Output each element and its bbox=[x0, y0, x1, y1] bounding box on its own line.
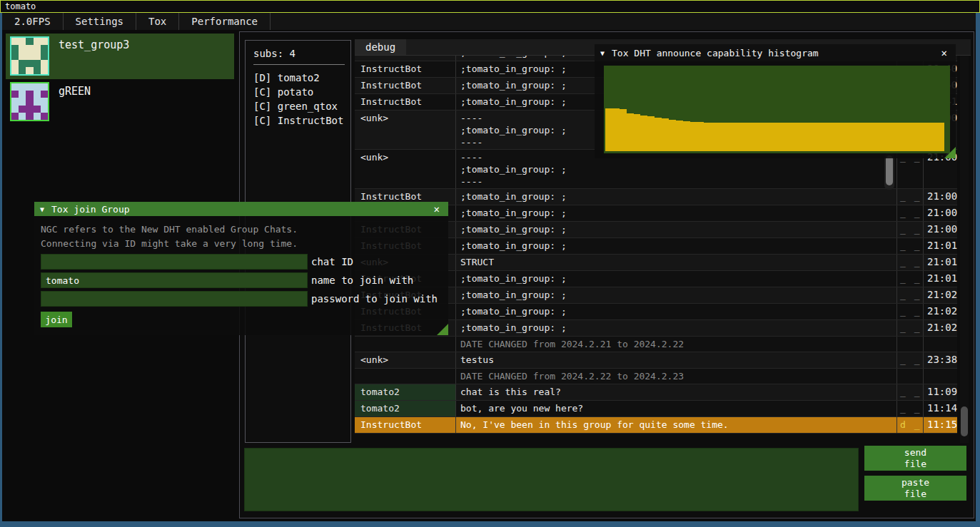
flags-cell: _ _ bbox=[896, 304, 923, 319]
tab-debug[interactable]: debug bbox=[355, 39, 406, 55]
member-item-potato[interactable]: [C] potato bbox=[253, 85, 350, 99]
flags-cell: d _ bbox=[896, 417, 923, 433]
time-cell: 21:02 bbox=[923, 287, 957, 303]
join-name-input[interactable] bbox=[41, 272, 308, 288]
collapse-arrow-icon[interactable]: ▼ bbox=[600, 49, 605, 57]
sidebar-item-green[interactable]: gREEN bbox=[6, 80, 234, 121]
hist-bar bbox=[832, 123, 839, 151]
message-row[interactable]: InstructBotNo, I've been in this group f… bbox=[355, 417, 957, 434]
join-password-input[interactable] bbox=[41, 291, 308, 307]
text-cell: chat is this real? bbox=[455, 384, 896, 400]
hist-bar bbox=[867, 123, 874, 151]
join-button[interactable]: join bbox=[41, 312, 72, 327]
chat-scrollbar-handle[interactable] bbox=[961, 406, 968, 436]
resize-grip[interactable] bbox=[437, 324, 448, 335]
collapse-arrow-icon[interactable]: ▼ bbox=[40, 205, 44, 213]
name-cell bbox=[355, 369, 455, 384]
name-cell: <unk> bbox=[355, 150, 455, 188]
group-name: test_group3 bbox=[49, 34, 129, 79]
text-cell: ;tomato_in_group: ; bbox=[455, 271, 896, 287]
flags-cell: _ _ bbox=[896, 238, 923, 254]
text-cell: DATE CHANGED from 2024.2.22 to 2024.2.23 bbox=[455, 369, 896, 384]
member-item-green_qtox[interactable]: [C] green_qtox bbox=[253, 99, 350, 113]
join-desc-line2: Connecting via ID might take a very long… bbox=[41, 237, 443, 251]
subs-count-label: subs: 4 bbox=[253, 48, 350, 59]
group-name: gREEN bbox=[49, 80, 91, 121]
join-window-titlebar[interactable]: ▼ Tox join Group ✕ bbox=[34, 202, 448, 216]
close-icon[interactable]: ✕ bbox=[431, 203, 443, 215]
app-title: tomato bbox=[5, 1, 36, 11]
name-cell: <unk> bbox=[355, 111, 455, 149]
message-row[interactable]: tomato2chat is this real?_ _11:09 bbox=[355, 384, 957, 401]
message-row[interactable]: tomato2bot, are you new here?_ _11:14 bbox=[355, 401, 957, 417]
text-cell: ;tomato_in_group: ; bbox=[455, 189, 896, 205]
group-avatar bbox=[10, 36, 49, 76]
text-cell: ;tomato_in_group: ; bbox=[455, 287, 896, 303]
hist-bar bbox=[725, 123, 732, 151]
close-icon[interactable]: ✕ bbox=[939, 47, 950, 58]
sidebar-item-test-group3[interactable]: test_group3 bbox=[6, 34, 234, 79]
member-item-tomato2[interactable]: [D] tomato2 bbox=[253, 71, 350, 85]
hist-window-title: Tox DHT announce capability histogram bbox=[612, 48, 819, 58]
text-cell: ;tomato_in_group: ; bbox=[455, 304, 896, 319]
date-divider-row: DATE CHANGED from 2024.2.22 to 2024.2.23 bbox=[355, 369, 957, 384]
window-border-right bbox=[976, 13, 980, 527]
chat-id-label: chat ID bbox=[311, 256, 353, 267]
hist-bar bbox=[916, 123, 923, 151]
hist-bar bbox=[739, 123, 747, 151]
name-cell: <unk> bbox=[355, 352, 455, 368]
time-cell: 21:00 bbox=[923, 189, 957, 205]
name-cell: tomato2 bbox=[355, 401, 455, 416]
chat-id-input[interactable] bbox=[41, 254, 308, 270]
menu-item-performance[interactable]: Performance bbox=[179, 13, 271, 30]
flags-cell: _ _ bbox=[896, 255, 923, 270]
text-cell: DATE CHANGED from 2024.2.21 to 2024.2.22 bbox=[455, 337, 896, 352]
chat-scrollbar-track[interactable] bbox=[960, 56, 969, 443]
window-titlebar[interactable]: tomato bbox=[0, 0, 980, 13]
hist-bar bbox=[895, 123, 902, 151]
menu-item-tox[interactable]: Tox bbox=[136, 13, 179, 30]
hist-bar bbox=[676, 121, 683, 151]
hist-bar bbox=[605, 108, 612, 151]
join-password-label: password to join with bbox=[311, 293, 438, 305]
hist-bar bbox=[690, 122, 697, 151]
hist-bar bbox=[704, 123, 711, 151]
hist-bar bbox=[810, 123, 817, 151]
time-cell: 11:09 bbox=[923, 384, 957, 400]
name-cell bbox=[355, 337, 455, 352]
hist-bar bbox=[859, 123, 867, 151]
time-cell: 21:00 bbox=[923, 222, 957, 237]
hist-bar bbox=[838, 123, 845, 151]
message-input[interactable] bbox=[244, 448, 859, 511]
flags-cell: _ _ bbox=[896, 271, 923, 287]
time-cell: 11:15 bbox=[923, 417, 957, 433]
time-cell: 21:01 bbox=[923, 271, 957, 287]
window-border-left bbox=[0, 13, 2, 527]
text-cell: ;tomato_in_group: ; bbox=[455, 238, 896, 254]
hist-window-titlebar[interactable]: ▼ Tox DHT announce capability histogram … bbox=[595, 44, 956, 61]
flags-cell: _ _ bbox=[896, 320, 923, 336]
hist-plot bbox=[604, 66, 950, 153]
cell-scrollbar-handle[interactable] bbox=[886, 155, 893, 185]
hist-bar bbox=[909, 123, 916, 151]
message-row[interactable]: <unk>testus_ _23:38 bbox=[355, 352, 957, 369]
time-cell bbox=[923, 337, 957, 352]
resize-grip[interactable] bbox=[944, 147, 956, 158]
join-desc-line1: NGC refers to the New DHT enabled Group … bbox=[41, 222, 443, 237]
send-file-button[interactable]: send file bbox=[864, 446, 966, 471]
paste-file-button[interactable]: paste file bbox=[864, 476, 966, 501]
name-cell: InstructBot bbox=[355, 78, 455, 93]
time-cell: 21:01 bbox=[923, 255, 957, 270]
time-cell: 21:01 bbox=[923, 238, 957, 254]
member-item-instructbot[interactable]: [C] InstructBot bbox=[253, 113, 350, 128]
join-window-title: Tox join Group bbox=[51, 204, 130, 215]
hist-bar bbox=[754, 123, 761, 151]
name-cell: InstructBot bbox=[355, 56, 455, 61]
hist-bar bbox=[796, 123, 803, 151]
flags-cell: _ _ bbox=[896, 352, 923, 368]
flags-cell: _ _ bbox=[896, 287, 923, 303]
time-cell: 21:02 bbox=[923, 304, 957, 319]
menu-item-settings[interactable]: Settings bbox=[64, 13, 136, 30]
join-window: ▼ Tox join Group ✕ NGC refers to the New… bbox=[34, 202, 448, 335]
name-cell: InstructBot bbox=[355, 61, 455, 77]
